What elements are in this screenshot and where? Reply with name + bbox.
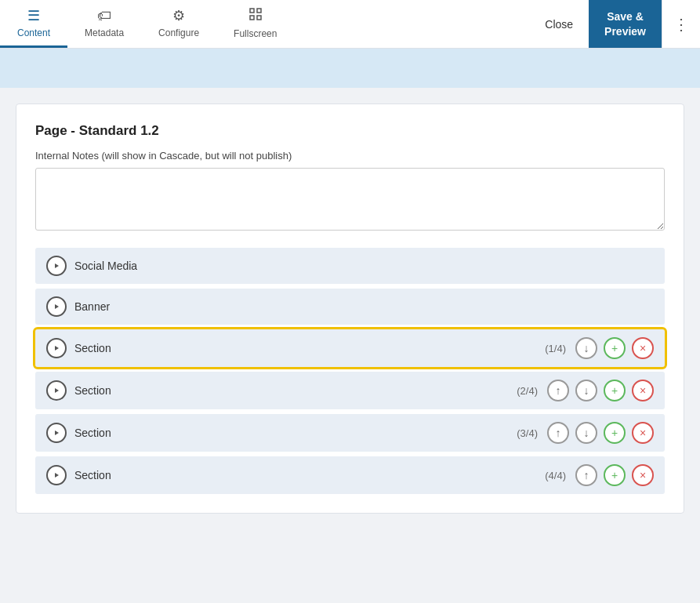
tab-fullscreen[interactable]: Fullscreen — [216, 0, 294, 48]
section-2-count: (2/4) — [517, 385, 538, 397]
section-1-label: Section — [74, 342, 111, 354]
save-preview-button[interactable]: Save &Preview — [589, 0, 662, 48]
add-3-btn[interactable]: + — [604, 422, 626, 444]
add-1-btn[interactable]: + — [604, 337, 626, 359]
section-list: Social Media Banner Section — [35, 248, 665, 494]
blue-strip — [0, 49, 700, 88]
section-1-count: (1/4) — [545, 343, 566, 354]
section-row-left: Section — [46, 423, 517, 443]
internal-notes-textarea[interactable] — [35, 168, 665, 231]
main-content: Page - Standard 1.2 Internal Notes (will… — [0, 88, 700, 529]
section-row-4[interactable]: Section (4/4) ↑ + × — [35, 456, 665, 494]
svg-marker-8 — [55, 430, 59, 435]
move-up-4-btn[interactable]: ↑ — [575, 464, 597, 486]
tab-fullscreen-label: Fullscreen — [234, 28, 277, 39]
tab-content[interactable]: ☰ Content — [0, 0, 67, 48]
social-media-label: Social Media — [74, 260, 137, 272]
expand-banner-btn[interactable] — [46, 296, 67, 317]
section-row-2[interactable]: Section (2/4) ↑ ↓ + × — [35, 372, 665, 409]
section-row-left: Section — [46, 465, 545, 485]
remove-1-btn[interactable]: × — [632, 337, 654, 359]
svg-rect-2 — [250, 16, 254, 20]
more-options-button[interactable]: ⋮ — [662, 0, 700, 48]
svg-marker-9 — [55, 473, 59, 478]
remove-4-btn[interactable]: × — [632, 464, 654, 486]
add-2-btn[interactable]: + — [604, 380, 626, 401]
move-down-1-btn[interactable]: ↓ — [575, 337, 597, 359]
move-down-2-btn[interactable]: ↓ — [575, 380, 597, 401]
card-title: Page - Standard 1.2 — [35, 123, 665, 139]
section-row-left: Section — [46, 380, 517, 401]
tab-configure[interactable]: ⚙ Configure — [141, 0, 216, 48]
svg-rect-3 — [257, 16, 261, 20]
section-2-controls: (2/4) ↑ ↓ + × — [517, 380, 654, 401]
banner-label: Banner — [74, 300, 110, 313]
svg-rect-1 — [257, 9, 261, 13]
section-row-banner[interactable]: Banner — [35, 289, 665, 325]
expand-section-4-btn[interactable] — [46, 465, 67, 485]
svg-marker-6 — [55, 346, 59, 351]
section-2-label: Section — [74, 384, 111, 397]
svg-marker-7 — [55, 388, 59, 393]
expand-section-2-btn[interactable] — [46, 380, 67, 401]
section-row-1[interactable]: Section (1/4) ↓ + × — [35, 329, 665, 367]
move-up-2-btn[interactable]: ↑ — [547, 380, 569, 401]
content-icon: ☰ — [27, 7, 40, 24]
move-down-3-btn[interactable]: ↓ — [575, 422, 597, 444]
expand-social-media-btn[interactable] — [46, 256, 67, 276]
section-3-controls: (3/4) ↑ ↓ + × — [517, 422, 654, 444]
add-4-btn[interactable]: + — [604, 464, 626, 486]
metadata-icon: 🏷 — [97, 8, 111, 24]
section-row-left: Banner — [46, 296, 654, 317]
expand-section-1-btn[interactable] — [46, 338, 67, 358]
tab-metadata-label: Metadata — [85, 27, 124, 38]
svg-marker-4 — [55, 263, 59, 268]
section-3-count: (3/4) — [517, 427, 538, 439]
internal-notes-label: Internal Notes (will show in Cascade, bu… — [35, 150, 665, 162]
move-up-3-btn[interactable]: ↑ — [547, 422, 569, 444]
fullscreen-icon — [248, 7, 263, 25]
content-card: Page - Standard 1.2 Internal Notes (will… — [16, 104, 684, 514]
section-4-label: Section — [74, 469, 111, 481]
section-3-label: Section — [74, 427, 111, 439]
svg-marker-5 — [55, 304, 59, 309]
section-row-3[interactable]: Section (3/4) ↑ ↓ + × — [35, 414, 665, 452]
toolbar-spacer — [294, 0, 529, 48]
section-1-controls: (1/4) ↓ + × — [545, 337, 654, 359]
tab-configure-label: Configure — [158, 27, 199, 38]
section-4-controls: (4/4) ↑ + × — [545, 464, 654, 486]
section-row-left: Section — [46, 338, 545, 358]
expand-section-3-btn[interactable] — [46, 423, 67, 443]
tab-content-label: Content — [17, 27, 50, 38]
section-4-count: (4/4) — [545, 470, 566, 481]
tab-metadata[interactable]: 🏷 Metadata — [67, 0, 141, 48]
remove-2-btn[interactable]: × — [632, 380, 654, 401]
remove-3-btn[interactable]: × — [632, 422, 654, 444]
section-row-left: Social Media — [46, 256, 654, 276]
section-row-social-media[interactable]: Social Media — [35, 248, 665, 284]
svg-rect-0 — [250, 9, 254, 13]
toolbar: ☰ Content 🏷 Metadata ⚙ Configure Fullscr… — [0, 0, 700, 49]
close-button[interactable]: Close — [529, 0, 589, 48]
configure-icon: ⚙ — [172, 7, 185, 24]
